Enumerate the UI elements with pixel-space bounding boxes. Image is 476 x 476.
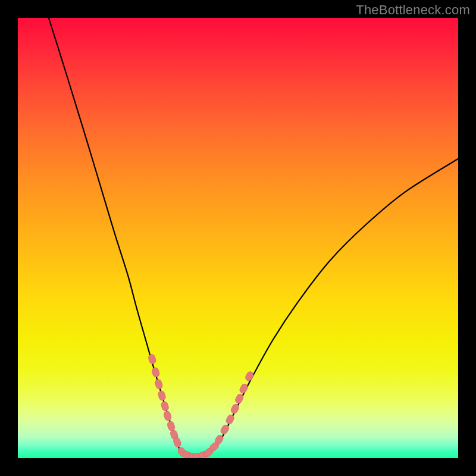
svg-rect-5 [163, 411, 172, 422]
watermark-label: TheBottleneck.com [356, 2, 470, 18]
data-marker [148, 353, 156, 364]
svg-rect-22 [245, 371, 255, 382]
curve-layer [49, 18, 458, 457]
svg-rect-2 [154, 378, 163, 389]
data-marker [239, 383, 249, 394]
data-marker [157, 390, 166, 401]
plot-area [18, 18, 458, 458]
data-marker [161, 400, 170, 412]
svg-rect-1 [151, 367, 160, 377]
svg-rect-4 [161, 400, 170, 412]
svg-rect-3 [157, 390, 166, 401]
data-marker [167, 421, 176, 432]
data-marker [245, 371, 255, 382]
outer-frame: TheBottleneck.com [0, 0, 476, 476]
marker-layer [148, 353, 255, 458]
svg-rect-21 [239, 383, 249, 394]
svg-rect-0 [148, 353, 156, 364]
data-marker [154, 378, 163, 389]
bottleneck-curve [49, 18, 458, 457]
data-marker [163, 411, 172, 422]
chart-svg [18, 18, 458, 458]
svg-rect-6 [167, 421, 176, 432]
data-marker [151, 367, 160, 377]
